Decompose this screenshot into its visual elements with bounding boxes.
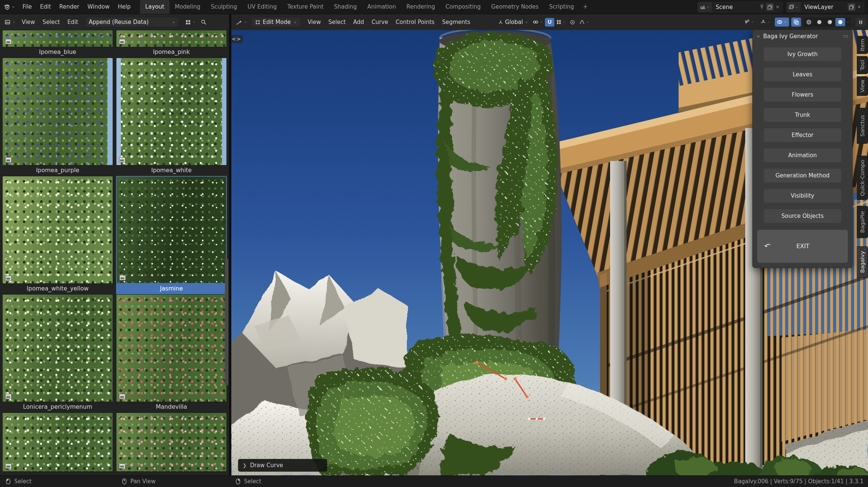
asset-item-Jasmine[interactable]: Jasmine [116,176,227,294]
sidebar-tab-bagaivy[interactable]: BagaIvy [857,246,868,278]
operator-panel[interactable]: ❯ Draw Curve [238,459,327,472]
shading-rendered-button[interactable] [835,18,845,26]
asset-thumbnail[interactable] [116,30,227,47]
overlays-toggle[interactable] [775,18,789,27]
viewport-menu-segments[interactable]: Segments [438,19,474,25]
baga-button-effector[interactable]: Effector [764,128,841,142]
snap-toggle[interactable] [545,18,554,27]
baga-button-trunk[interactable]: Trunk [764,108,841,122]
exit-button[interactable]: EXIT [757,230,848,263]
baga-button-visibility[interactable]: Visibility [764,189,841,203]
workspace-tab-rendering[interactable]: Rendering [401,0,441,14]
duplicate-icon[interactable] [766,3,774,11]
baga-button-flowers[interactable]: Flowers [764,88,841,102]
search-button[interactable] [198,18,209,27]
workspace-tab-animation[interactable]: Animation [362,0,401,14]
asset-scrollbar[interactable] [225,258,228,386]
scene-selector[interactable]: Scene [698,2,783,12]
asset-thumbnail[interactable] [116,294,227,402]
sidebar-tab-tool[interactable]: Tool [857,56,868,74]
pause-icon[interactable] [856,18,866,27]
baga-button-generation-method[interactable]: Generation Method [764,168,841,183]
asset-menu-view[interactable]: View [18,19,39,25]
view-layer-name[interactable]: ViewLayer [801,4,846,10]
topbar-menu-window[interactable]: Window [83,3,114,10]
baga-button-ivy-growth[interactable]: Ivy Growth [764,47,841,61]
baga-button-leaves[interactable]: Leaves [764,67,841,82]
viewport-3d[interactable]: <> ❯ Draw Curve Baga Ivy Generator Ivy G… [231,30,868,475]
asset-item-Ipomea_purple[interactable]: Ipomea_purple [2,58,113,176]
view-layer-selector[interactable]: ViewLayer [786,2,864,12]
asset-thumbnail[interactable] [116,413,227,472]
import-method-dropdown[interactable]: Append (Reuse Data) [85,17,179,27]
asset-thumbnail[interactable] [116,176,227,284]
workspace-tab-texture-paint[interactable]: Texture Paint [282,0,329,14]
sidebar-tab-sanctus[interactable]: Sanctus [857,108,868,144]
asset-item-Ipomea_white[interactable]: Ipomea_white [116,58,227,176]
orientation-dropdown[interactable]: Global [496,17,531,27]
viewport-menu-control-points[interactable]: Control Points [392,19,438,25]
asset-menu-edit[interactable]: Edit [64,19,82,25]
viewport-menu-curve[interactable]: Curve [368,19,392,25]
falloff-dropdown[interactable] [577,18,591,27]
asset-item-Ipomea_pink[interactable]: Ipomea_pink [116,30,227,58]
viewport-menu-add[interactable]: Add [350,19,368,25]
panel-header[interactable]: Baga Ivy Generator [753,30,852,41]
workspace-tab-layout[interactable]: Layout [140,0,170,14]
workspace-tab-uv-editing[interactable]: UV Editing [242,0,282,14]
editor-type-button[interactable] [2,18,18,27]
asset-thumbnail[interactable] [2,294,113,402]
mode-dropdown[interactable]: Edit Mode [251,17,301,27]
workspace-tab-sculpting[interactable]: Sculpting [205,0,242,14]
asset-thumbnail[interactable] [116,58,227,165]
sidebar-tab-bagapie[interactable]: BagaPie [857,206,868,238]
asset-item-unnamed[interactable] [116,413,227,472]
workspace-tab-geometry-nodes[interactable]: Geometry Nodes [486,0,544,14]
grip-icon[interactable] [843,33,849,39]
topbar-menu-edit[interactable]: Edit [36,3,55,10]
sidebar-tab-item[interactable]: Item [857,36,868,54]
add-workspace-button[interactable]: + [579,0,592,14]
asset-item-Mandevilla[interactable]: Mandevilla [116,294,227,413]
sidebar-tab-quick-compo[interactable]: Quick-Compo [857,156,868,200]
display-size-button[interactable] [183,18,198,27]
workspace-tab-compositing[interactable]: Compositing [440,0,486,14]
blender-logo[interactable] [0,0,18,14]
topbar-menu-file[interactable]: File [18,3,36,10]
pivot-point-dropdown[interactable] [531,18,545,27]
active-tool-button[interactable] [234,18,250,27]
topbar-menu-render[interactable]: Render [55,3,83,10]
asset-item-Ipomea_white_yellow[interactable]: Ipomea_white_yellow [2,176,113,294]
asset-thumbnail[interactable] [2,176,113,284]
shading-solid-button[interactable] [814,18,824,26]
asset-item-unnamed[interactable] [2,413,113,472]
region-resize-handle[interactable]: <> [231,35,243,43]
gizmo-toggle[interactable] [758,18,773,27]
chevron-down-icon[interactable] [846,20,850,24]
asset-thumbnail[interactable] [2,58,113,165]
asset-item-Ipomea_blue[interactable]: Ipomea_blue [2,30,113,58]
baga-button-source-objects[interactable]: Source Objects [764,209,841,223]
asset-thumbnail[interactable] [2,413,113,472]
xray-toggle[interactable] [791,18,801,27]
asset-menu-select[interactable]: Select [39,19,64,25]
asset-item-Lonicera_periclymenum[interactable]: Lonicera_periclymenum [2,294,113,413]
baga-button-animation[interactable]: Animation [764,148,841,162]
shading-wireframe-button[interactable] [804,18,814,26]
shading-material-button[interactable] [825,18,835,26]
workspace-tab-shading[interactable]: Shading [329,0,362,14]
close-icon[interactable] [857,4,862,9]
snap-settings-dropdown[interactable] [554,18,568,26]
workspace-tab-scripting[interactable]: Scripting [544,0,579,14]
close-icon[interactable] [775,4,780,9]
scene-name[interactable]: Scene [712,4,757,10]
duplicate-icon[interactable] [848,3,855,11]
workspace-tab-modeling[interactable]: Modeling [170,0,205,14]
pin-icon[interactable] [759,4,765,10]
sidebar-tab-view[interactable]: View [857,76,868,96]
snap-target-dropdown[interactable] [742,18,756,27]
viewport-menu-view[interactable]: View [304,19,325,25]
viewport-menu-select[interactable]: Select [325,19,349,25]
topbar-menu-help[interactable]: Help [114,3,135,10]
asset-thumbnail[interactable] [2,30,113,47]
